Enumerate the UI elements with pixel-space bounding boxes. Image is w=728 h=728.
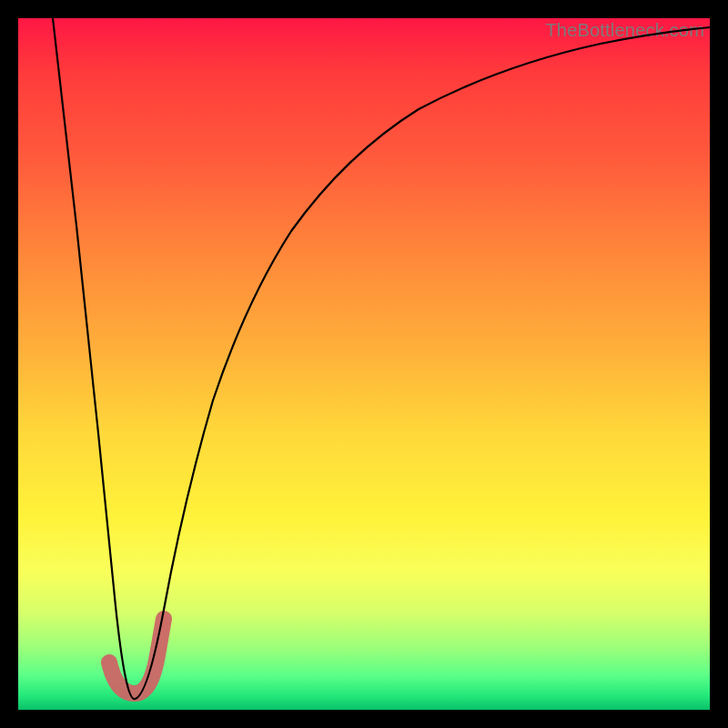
bottleneck-curve [53, 18, 710, 699]
chart-svg [18, 18, 710, 710]
plot-area: TheBottleneck.com [18, 18, 710, 710]
chart-frame: TheBottleneck.com [0, 0, 728, 728]
